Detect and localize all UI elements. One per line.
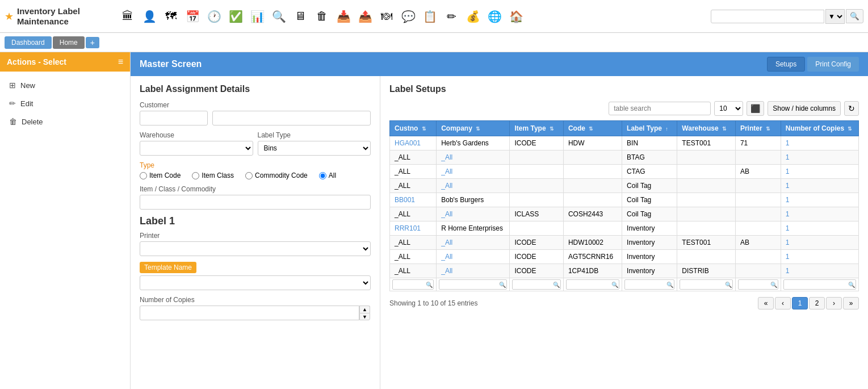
template-name-select[interactable]: [140, 275, 371, 290]
table-row[interactable]: _ALL_AllICODEAGT5CRNR16Inventory1: [390, 250, 859, 264]
copies-link[interactable]: 1: [786, 139, 790, 147]
per-page-select[interactable]: 10 25 50 100: [714, 101, 743, 116]
print-config-button[interactable]: Print Config: [807, 57, 859, 72]
toolbar-icon-8[interactable]: 🖥: [291, 7, 310, 26]
col-header-copies[interactable]: Number of Copies ⇅: [781, 121, 858, 136]
col-header-custno[interactable]: Custno ⇅: [390, 121, 437, 136]
company-link[interactable]: _All: [441, 239, 452, 246]
radio-all-input[interactable]: [319, 172, 326, 179]
company-col-search-input[interactable]: [439, 279, 507, 290]
radio-item-code-input[interactable]: [140, 172, 147, 179]
table-row[interactable]: _ALL_AllBTAG1: [390, 150, 859, 165]
toolbar-icon-2[interactable]: 🗺: [161, 7, 181, 26]
toolbar-icon-3[interactable]: 📅: [183, 7, 202, 26]
pagination-prev-button[interactable]: ‹: [775, 297, 791, 309]
customer-code-input[interactable]: [140, 111, 208, 126]
toolbar-icon-17[interactable]: 🌐: [485, 7, 504, 26]
custno-link[interactable]: RRR101: [395, 224, 421, 232]
setups-button[interactable]: Setups: [767, 57, 805, 72]
table-search-input[interactable]: [609, 102, 711, 115]
table-row[interactable]: RRR101R Horne EnterprisesInventory1: [390, 221, 859, 236]
pagination-next-button[interactable]: ›: [826, 297, 842, 309]
copies-link[interactable]: 1: [786, 168, 790, 175]
toolbar-icon-4[interactable]: 🕐: [204, 7, 224, 26]
refresh-button[interactable]: ↻: [844, 101, 859, 116]
toolbar-icon-14[interactable]: 📋: [420, 7, 439, 26]
pagination-page-1-button[interactable]: 1: [792, 297, 808, 309]
custno-link[interactable]: BB001: [395, 196, 415, 204]
col-header-code[interactable]: Code ⇅: [563, 121, 622, 136]
toolbar-icon-16[interactable]: 💰: [463, 7, 483, 26]
printer-select[interactable]: [140, 241, 371, 256]
copies-link[interactable]: 1: [786, 182, 790, 190]
company-link[interactable]: _All: [441, 153, 452, 161]
copies-link[interactable]: 1: [786, 267, 790, 275]
table-row[interactable]: _ALL_AllCTAGAB1: [390, 165, 859, 179]
sidebar-action-new[interactable]: ⊞ New: [0, 76, 130, 94]
table-row[interactable]: HGA001Herb's GardensICODEHDWBINTEST00171…: [390, 136, 859, 150]
radio-commodity-code-input[interactable]: [245, 172, 253, 179]
global-search-input[interactable]: [711, 10, 824, 23]
printer-col-search-input[interactable]: [738, 279, 778, 290]
item-class-commodity-input[interactable]: [140, 195, 371, 210]
label-type-col-search-input[interactable]: [624, 279, 674, 290]
radio-all[interactable]: All: [319, 172, 336, 179]
show-hide-columns-button[interactable]: Show / hide columns: [768, 101, 841, 116]
col-header-printer[interactable]: Printer ⇅: [735, 121, 781, 136]
pagination-first-button[interactable]: «: [758, 297, 774, 309]
custno-link[interactable]: HGA001: [395, 139, 421, 147]
number-of-copies-input[interactable]: [140, 306, 359, 320]
company-link[interactable]: _All: [441, 267, 452, 275]
company-link[interactable]: _All: [441, 168, 452, 175]
table-row[interactable]: BB001Bob's BurgersCoil Tag1: [390, 193, 859, 207]
copies-link[interactable]: 1: [786, 153, 790, 161]
custno-col-search-input[interactable]: [392, 279, 434, 290]
copies-link[interactable]: 1: [786, 196, 790, 204]
toolbar-icon-12[interactable]: 🍽: [377, 7, 396, 26]
radio-item-class[interactable]: Item Class: [192, 172, 234, 179]
col-header-item-type[interactable]: Item Type ⇅: [510, 121, 563, 136]
global-search-button[interactable]: 🔍: [846, 9, 863, 23]
company-link[interactable]: _All: [441, 182, 452, 190]
label-type-select[interactable]: Bins: [258, 141, 371, 156]
pagination-page-2-button[interactable]: 2: [809, 297, 825, 309]
search-type-select[interactable]: ▼: [825, 9, 845, 24]
add-tab-button[interactable]: +: [86, 37, 99, 48]
table-row[interactable]: _ALL_AllICODEHDW10002InventoryTEST001AB1: [390, 236, 859, 250]
code-col-search-input[interactable]: [566, 279, 619, 290]
pagination-last-button[interactable]: »: [843, 297, 859, 309]
warehouse-col-search-input[interactable]: [680, 279, 733, 290]
radio-commodity-code[interactable]: Commodity Code: [245, 172, 308, 179]
radio-item-class-input[interactable]: [192, 172, 199, 179]
sidebar-action-edit[interactable]: ✏ Edit: [0, 94, 130, 112]
dashboard-button[interactable]: Dashboard: [5, 36, 52, 49]
excel-export-button[interactable]: ⬛: [747, 101, 764, 116]
toolbar-icon-15[interactable]: ✏: [442, 7, 461, 26]
toolbar-icon-0[interactable]: 🏛: [118, 7, 137, 26]
copies-link[interactable]: 1: [786, 239, 790, 246]
col-header-label-type[interactable]: Label Type ↑: [622, 121, 677, 136]
spinner-down-button[interactable]: ▼: [359, 313, 370, 320]
copies-link[interactable]: 1: [786, 224, 790, 232]
toolbar-icon-13[interactable]: 💬: [399, 7, 418, 26]
spinner-up-button[interactable]: ▲: [359, 306, 370, 313]
company-link[interactable]: _All: [441, 210, 452, 218]
copies-link[interactable]: 1: [786, 210, 790, 218]
table-row[interactable]: _ALL_AllICODE1CP41DBInventoryDISTRIB1: [390, 264, 859, 278]
toolbar-icon-5[interactable]: ✅: [226, 7, 245, 26]
col-header-warehouse[interactable]: Warehouse ⇅: [677, 121, 736, 136]
table-row[interactable]: _ALL_AllICLASSCOSH2443Coil Tag1: [390, 207, 859, 221]
toolbar-icon-1[interactable]: 👤: [140, 7, 159, 26]
toolbar-icon-18[interactable]: 🏠: [506, 7, 526, 26]
toolbar-icon-11[interactable]: 📤: [355, 7, 375, 26]
col-header-company[interactable]: Company ⇅: [437, 121, 510, 136]
toolbar-icon-9[interactable]: 🗑: [312, 7, 332, 26]
toolbar-icon-6[interactable]: 📊: [248, 7, 267, 26]
sidebar-action-delete[interactable]: 🗑 Delete: [0, 112, 130, 131]
copies-link[interactable]: 1: [786, 253, 790, 261]
copies-col-search-input[interactable]: [783, 279, 856, 290]
radio-item-code[interactable]: Item Code: [140, 172, 181, 179]
warehouse-select[interactable]: [140, 141, 253, 156]
home-button[interactable]: Home: [53, 36, 85, 49]
table-row[interactable]: _ALL_AllCoil Tag1: [390, 179, 859, 193]
